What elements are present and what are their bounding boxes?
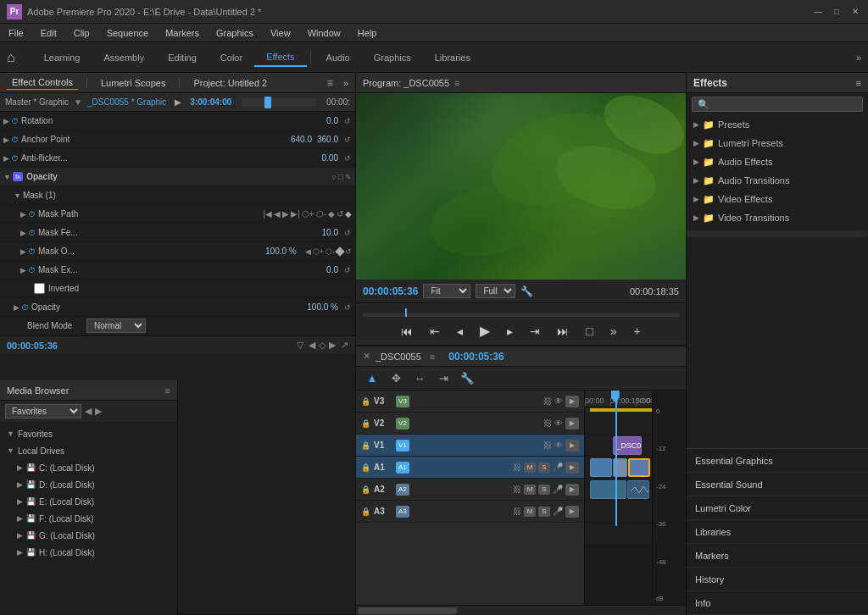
mask-add-btn[interactable]: ⬡+ bbox=[302, 209, 314, 219]
panel-libraries[interactable]: Libraries bbox=[687, 520, 868, 544]
mb-dropdown[interactable]: Favorites bbox=[5, 404, 81, 418]
mb-drive-h[interactable]: ▶ 💾 H: (Local Disk) bbox=[0, 544, 177, 561]
mask-subtract-btn[interactable]: ⬡- bbox=[316, 209, 326, 219]
menu-window[interactable]: Window bbox=[304, 26, 344, 40]
effects-menu-button[interactable]: ≡ bbox=[856, 78, 861, 88]
masko-left-btn[interactable]: ◀ bbox=[305, 247, 311, 256]
eye-v1[interactable]: 👁 bbox=[554, 440, 563, 450]
play-icon[interactable]: ▶ bbox=[175, 97, 181, 107]
minimize-button[interactable]: — bbox=[812, 6, 824, 18]
reset-icon[interactable]: ↺ bbox=[344, 117, 351, 125]
reset-anchor-icon[interactable]: ↺ bbox=[344, 136, 351, 144]
stopwatch-antiflicker[interactable]: ⏱ bbox=[11, 154, 19, 163]
tab-editing[interactable]: Editing bbox=[156, 49, 209, 66]
end-a1[interactable]: ▶ bbox=[565, 462, 579, 474]
link-a2[interactable]: ⛓ bbox=[513, 485, 521, 494]
safe-zone-button[interactable]: □ bbox=[581, 323, 598, 340]
mask-last-btn[interactable]: ▶| bbox=[291, 209, 300, 219]
lock-a2[interactable]: 🔒 bbox=[361, 485, 370, 494]
menu-help[interactable]: Help bbox=[354, 26, 381, 40]
tab-audio[interactable]: Audio bbox=[314, 49, 362, 66]
monitor-timeline-bar[interactable] bbox=[356, 303, 686, 317]
timeline-scrollbar[interactable] bbox=[356, 605, 686, 615]
panel-markers[interactable]: Markers bbox=[687, 544, 868, 568]
mb-drive-c[interactable]: ▶ 💾 C: (Local Disk) bbox=[0, 459, 177, 476]
link-a3[interactable]: ⛓ bbox=[513, 507, 521, 516]
fit-select[interactable]: Fit 25% 50% 100% bbox=[423, 284, 470, 298]
clip-v1-a[interactable] bbox=[590, 458, 612, 477]
home-button[interactable]: ⌂ bbox=[7, 50, 15, 65]
effects-search-input[interactable] bbox=[692, 97, 863, 112]
masko-add-btn[interactable]: ⬡+ bbox=[313, 247, 324, 256]
tool-expand[interactable]: ↔ bbox=[410, 372, 429, 385]
tree-item-video-effects[interactable]: ▶ 📁 Video Effects bbox=[687, 190, 868, 208]
end-v3[interactable]: ▶ bbox=[565, 396, 579, 407]
mic-a1[interactable]: 🎤 bbox=[553, 463, 563, 472]
inverted-checkbox[interactable] bbox=[34, 283, 45, 294]
workspace-more-button[interactable]: » bbox=[856, 53, 861, 63]
timecode-value[interactable]: 3:00:04:00 bbox=[190, 97, 231, 107]
monitor-more-btn[interactable]: » bbox=[605, 323, 622, 340]
end-v2[interactable]: ▶ bbox=[565, 418, 579, 429]
add-keyframe-btn[interactable]: ◇ bbox=[319, 340, 326, 351]
tool-ripple[interactable]: ✥ bbox=[387, 372, 405, 385]
blend-mode-select[interactable]: Normal Dissolve Multiply bbox=[86, 319, 146, 333]
tree-item-audio-transitions[interactable]: ▶ 📁 Audio Transitions bbox=[687, 171, 868, 190]
toggle-v1[interactable]: V1 bbox=[396, 440, 409, 452]
mute-a2[interactable]: M bbox=[524, 485, 536, 495]
mic-a3[interactable]: 🎤 bbox=[553, 507, 563, 516]
timeline-menu-btn[interactable]: ≡ bbox=[430, 352, 435, 362]
reset-opacity-icon[interactable]: ↺ bbox=[344, 303, 351, 312]
tab-project[interactable]: Project: Untitled 2 bbox=[188, 76, 272, 90]
reset-maskex-icon[interactable]: ↺ bbox=[344, 266, 351, 274]
panel-expand-button[interactable]: » bbox=[343, 78, 348, 88]
end-a3[interactable]: ▶ bbox=[565, 506, 579, 518]
panel-menu-button[interactable]: ≡ bbox=[327, 77, 333, 89]
tab-color[interactable]: Color bbox=[209, 49, 254, 66]
tree-item-audio-effects[interactable]: ▶ 📁 Audio Effects bbox=[687, 152, 868, 171]
mb-next-btn[interactable]: ▶ bbox=[95, 406, 102, 417]
solo-a3[interactable]: S bbox=[538, 507, 550, 517]
close-button[interactable]: ✕ bbox=[849, 6, 861, 18]
tab-lumetri-scopes[interactable]: Lumetri Scopes bbox=[96, 76, 170, 90]
tool-track-select-fwd[interactable]: ⇥ bbox=[434, 372, 453, 385]
reset-antiflicker-icon[interactable]: ↺ bbox=[344, 154, 351, 163]
clip-v1-c-selected[interactable] bbox=[628, 458, 650, 477]
tool-wrench[interactable]: 🔧 bbox=[458, 372, 476, 385]
mute-a3[interactable]: M bbox=[524, 507, 536, 517]
frame-forward-button[interactable]: ▸ bbox=[502, 323, 518, 340]
tab-assembly[interactable]: Assembly bbox=[92, 49, 157, 66]
panel-lumetri-color[interactable]: Lumetri Color bbox=[687, 496, 868, 520]
menu-edit[interactable]: Edit bbox=[37, 26, 60, 40]
frame-back-button[interactable]: ◂ bbox=[452, 323, 468, 340]
menu-markers[interactable]: Markers bbox=[162, 26, 203, 40]
mic-a2[interactable]: 🎤 bbox=[553, 485, 563, 494]
filter-icon[interactable]: ▽ bbox=[297, 340, 303, 351]
tab-effects[interactable]: Effects bbox=[254, 48, 306, 67]
lock-v2[interactable]: 🔒 bbox=[361, 419, 370, 428]
toggle-a2[interactable]: A2 bbox=[396, 484, 409, 496]
toggle-a3[interactable]: A3 bbox=[396, 506, 409, 518]
menu-clip[interactable]: Clip bbox=[70, 26, 93, 40]
stopwatch-anchor[interactable]: ⏱ bbox=[11, 136, 19, 144]
toggle-v3[interactable]: V3 bbox=[396, 396, 409, 407]
mb-local-drives-section[interactable]: ▼ Local Drives bbox=[0, 442, 177, 459]
toggle-a1[interactable]: A1 bbox=[396, 462, 409, 474]
link-v1[interactable]: ⛓ bbox=[543, 440, 552, 450]
stopwatch-maskpath[interactable]: ⏱ bbox=[28, 210, 36, 219]
mb-drive-d[interactable]: ▶ 💾 D: (Local Disk) bbox=[0, 476, 177, 493]
link-v2[interactable]: ⛓ bbox=[543, 418, 552, 428]
mb-drive-e[interactable]: ▶ 💾 E: (Local Disk) bbox=[0, 493, 177, 510]
lock-v1[interactable]: 🔒 bbox=[361, 441, 370, 450]
export-icon[interactable]: ↗ bbox=[341, 340, 348, 351]
program-timecode[interactable]: 00:00:05:36 bbox=[363, 285, 418, 297]
goto-out-button[interactable]: ⇥ bbox=[525, 323, 545, 340]
menu-view[interactable]: View bbox=[267, 26, 294, 40]
next-keyframe-btn[interactable]: ▶ bbox=[329, 340, 336, 351]
lock-a3[interactable]: 🔒 bbox=[361, 507, 370, 516]
tab-graphics[interactable]: Graphics bbox=[362, 49, 423, 66]
panel-essential-graphics[interactable]: Essential Graphics bbox=[687, 449, 868, 473]
timeline-timecode[interactable]: 00:00:05:36 bbox=[448, 351, 504, 363]
stopwatch-masko[interactable]: ⏱ bbox=[28, 247, 36, 256]
reset-maskfe-icon[interactable]: ↺ bbox=[344, 229, 351, 237]
